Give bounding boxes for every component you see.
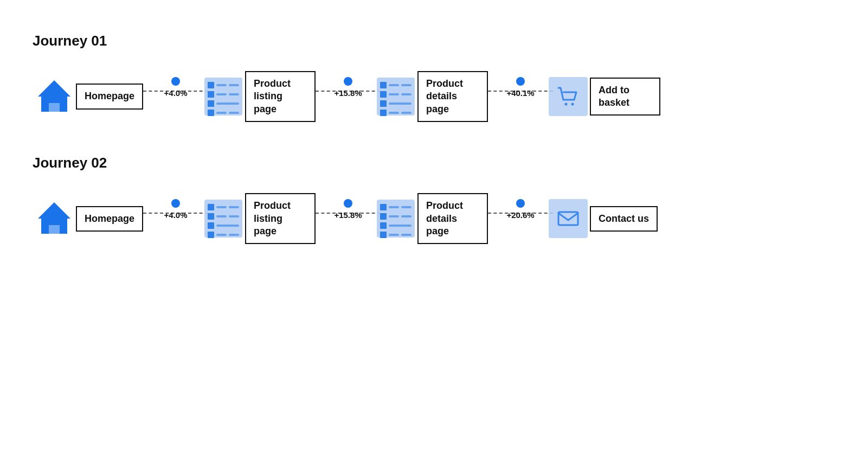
step-product-details-2-label: Product details page <box>417 193 488 244</box>
journey-02-section: Journey 02 Homepage +4.0% <box>33 155 835 244</box>
connector-dot-3 <box>516 77 525 86</box>
journey-02-title: Journey 02 <box>33 155 835 171</box>
house-icon-2 <box>33 197 76 240</box>
journey-02-flow: Homepage +4.0% Product listing page <box>33 193 835 244</box>
list-icon-1 <box>202 75 245 118</box>
connector-j2-2: +15.8% <box>316 209 381 228</box>
step-product-details-1-label: Product details page <box>417 71 488 122</box>
step-product-details-2: Product details page <box>381 193 488 244</box>
svg-point-3 <box>565 103 568 106</box>
connector-3: +40.1% <box>488 87 553 106</box>
connector-dot-j2-2 <box>344 199 352 208</box>
connector-pct-j2-1: +4.0% <box>164 210 188 220</box>
step-contact-us: Contact us <box>553 197 658 240</box>
svg-marker-6 <box>38 202 70 219</box>
list-icon-3 <box>202 197 245 240</box>
step-homepage: Homepage <box>33 75 143 118</box>
svg-rect-2 <box>49 103 60 112</box>
connector-pct-2: +15.8% <box>334 88 362 98</box>
svg-marker-1 <box>38 80 70 97</box>
step-add-to-basket-label: Add to basket <box>590 78 660 116</box>
svg-rect-8 <box>558 212 578 225</box>
connector-j2-3: +20.6% <box>488 209 553 228</box>
step-product-details-1: Product details page <box>381 71 488 122</box>
step-add-to-basket: Add to basket <box>553 75 660 118</box>
connector-1: +4.0% <box>143 87 208 106</box>
step-product-listing-2: Product listing page <box>208 193 316 244</box>
connector-dot-j2-1 <box>171 199 180 208</box>
house-icon <box>33 75 76 118</box>
step-homepage-2: Homepage <box>33 197 143 240</box>
svg-point-4 <box>571 103 574 106</box>
journey-01-section: Journey 01 Homepage +4.0% <box>33 33 835 122</box>
step-homepage-2-label: Homepage <box>76 206 143 232</box>
step-homepage-label: Homepage <box>76 84 143 109</box>
connector-dot-1 <box>171 77 180 86</box>
connector-pct-j2-2: +15.8% <box>334 210 362 220</box>
connector-dot-2 <box>344 77 352 86</box>
envelope-icon <box>546 197 590 240</box>
list-icon-4 <box>374 197 417 240</box>
step-product-listing-1: Product listing page <box>208 71 316 122</box>
cart-icon <box>546 75 590 118</box>
connector-pct-j2-3: +20.6% <box>506 210 534 220</box>
svg-rect-7 <box>49 225 60 234</box>
journey-01-flow: Homepage +4.0% Product listing page <box>33 71 835 122</box>
step-product-listing-1-label: Product listing page <box>245 71 316 122</box>
connector-pct-1: +4.0% <box>164 88 188 98</box>
step-product-listing-2-label: Product listing page <box>245 193 316 244</box>
list-icon-2 <box>374 75 417 118</box>
connector-2: +15.8% <box>316 87 381 106</box>
connector-dot-j2-3 <box>516 199 525 208</box>
step-contact-us-label: Contact us <box>590 206 658 232</box>
journey-01-title: Journey 01 <box>33 33 835 49</box>
connector-pct-3: +40.1% <box>506 88 534 98</box>
connector-j2-1: +4.0% <box>143 209 208 228</box>
